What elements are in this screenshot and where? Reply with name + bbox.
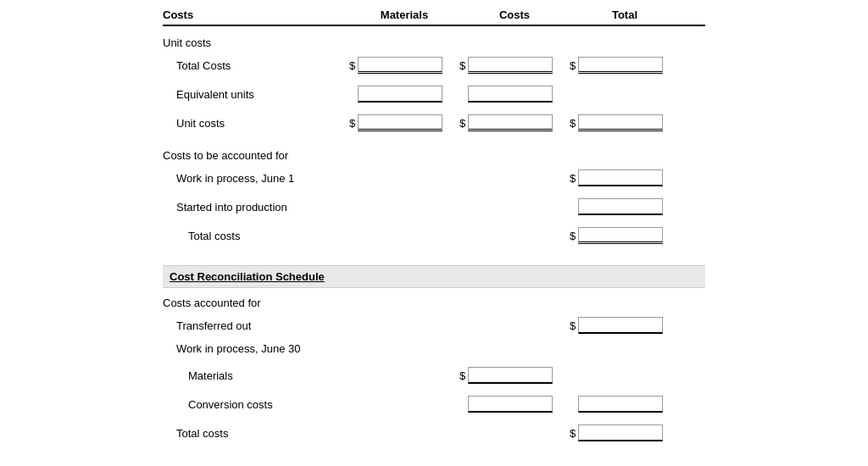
recon-conversion-col2-cell <box>459 396 570 413</box>
dollar-sign: $ <box>570 172 576 185</box>
dollar-sign: $ <box>459 117 466 130</box>
table-row: Equivalent units <box>163 81 705 107</box>
table-header: Costs Materials Costs Total <box>163 8 705 26</box>
header-total: Total <box>570 8 680 21</box>
unit-costs-materials-cell: $ <box>349 114 459 131</box>
recon-conversion-label: Conversion costs <box>163 398 349 411</box>
recon-materials-label: Materials <box>163 369 349 382</box>
header-materials: Materials <box>349 8 459 21</box>
started-total-cell <box>570 198 680 215</box>
table-row: Started into production <box>163 194 705 219</box>
wip-june1-total-input[interactable] <box>578 169 663 186</box>
unit-costs-conversion-cell: $ <box>459 114 570 131</box>
dollar-sign: $ <box>570 59 576 72</box>
total-costs-total-cell: $ <box>570 57 680 74</box>
equivalent-units-label: Equivalent units <box>163 88 349 101</box>
unit-costs-materials-input[interactable] <box>358 114 442 131</box>
dollar-sign: $ <box>349 59 356 72</box>
reconciliation-title: Cost Reconciliation Schedule <box>170 270 325 283</box>
costs-accounted-header: Costs to be accounted for <box>163 144 705 165</box>
started-total-input[interactable] <box>578 198 663 215</box>
table-row: Transferred out $ <box>163 313 705 338</box>
table-row: Total costs $ <box>163 223 705 248</box>
table-row: Total costs $ <box>163 420 705 446</box>
equiv-units-materials-cell <box>349 86 459 103</box>
total-costs-label: Total Costs <box>163 59 349 72</box>
transferred-total-cell: $ <box>570 317 680 334</box>
table-row: Work in process, June 1 $ <box>163 165 705 191</box>
dollar-sign-spacer <box>459 88 466 101</box>
unit-costs-conversion-input[interactable] <box>468 114 553 131</box>
equiv-units-materials-input[interactable] <box>358 86 442 103</box>
recon-materials-col2-cell: $ <box>459 367 570 384</box>
total-accounted-total-cell: $ <box>570 227 680 244</box>
recon-total-input[interactable] <box>578 424 663 441</box>
recon-materials-input[interactable] <box>468 367 553 384</box>
table-row: Work in process, June 30 <box>163 338 705 359</box>
main-container: Costs Materials Costs Total Unit costs T… <box>163 0 705 454</box>
recon-conversion-input[interactable] <box>468 396 553 413</box>
total-costs-conversion-cell: $ <box>459 57 570 74</box>
unit-costs-total-input[interactable] <box>578 114 663 131</box>
reconciliation-header-bar: Cost Reconciliation Schedule <box>163 265 705 288</box>
table-row: Conversion costs <box>163 391 705 417</box>
transferred-total-input[interactable] <box>578 317 663 334</box>
dollar-sign-spacer <box>459 398 466 411</box>
total-costs-total-input[interactable] <box>578 57 663 74</box>
unit-costs-total-cell: $ <box>570 114 680 131</box>
dollar-sign: $ <box>570 117 576 130</box>
header-conversion-costs: Costs <box>459 8 570 21</box>
equiv-units-conversion-cell <box>459 86 570 103</box>
dollar-sign: $ <box>349 117 356 130</box>
equiv-units-conversion-input[interactable] <box>468 86 553 103</box>
wip-june30-label: Work in process, June 30 <box>163 342 349 355</box>
unit-costs-label: Unit costs <box>163 117 349 130</box>
costs-reconciliation-subheader: Costs accounted for <box>163 291 705 313</box>
dollar-sign: $ <box>570 230 576 242</box>
table-row: Unit costs $ $ $ <box>163 110 705 136</box>
started-production-label: Started into production <box>163 201 349 214</box>
total-costs-accounted-label: Total costs <box>163 230 349 242</box>
work-in-process-june1-label: Work in process, June 1 <box>163 172 349 185</box>
dollar-sign: $ <box>570 319 576 332</box>
dollar-sign-spacer <box>570 201 576 214</box>
total-costs-materials-input[interactable] <box>358 57 442 74</box>
recon-total-costs-label: Total costs <box>163 427 349 440</box>
recon-total-cell: $ <box>570 424 680 441</box>
dollar-sign: $ <box>570 427 576 440</box>
header-costs: Costs <box>163 8 349 21</box>
recon-conversion-total-input[interactable] <box>578 396 663 413</box>
total-costs-materials-cell: $ <box>349 57 459 74</box>
table-row: Materials $ <box>163 363 705 388</box>
table-row: Total Costs $ $ $ <box>163 53 705 78</box>
dollar-sign: $ <box>459 369 466 382</box>
total-costs-conversion-input[interactable] <box>468 57 553 74</box>
transferred-out-label: Transferred out <box>163 319 349 332</box>
dollar-sign-spacer <box>349 88 356 101</box>
dollar-sign: $ <box>459 59 466 72</box>
wip-june1-total-cell: $ <box>570 169 680 186</box>
unit-costs-header: Unit costs <box>163 31 705 53</box>
recon-conversion-total-cell <box>570 396 680 413</box>
dollar-sign-spacer <box>570 398 576 411</box>
total-accounted-total-input[interactable] <box>578 227 663 244</box>
